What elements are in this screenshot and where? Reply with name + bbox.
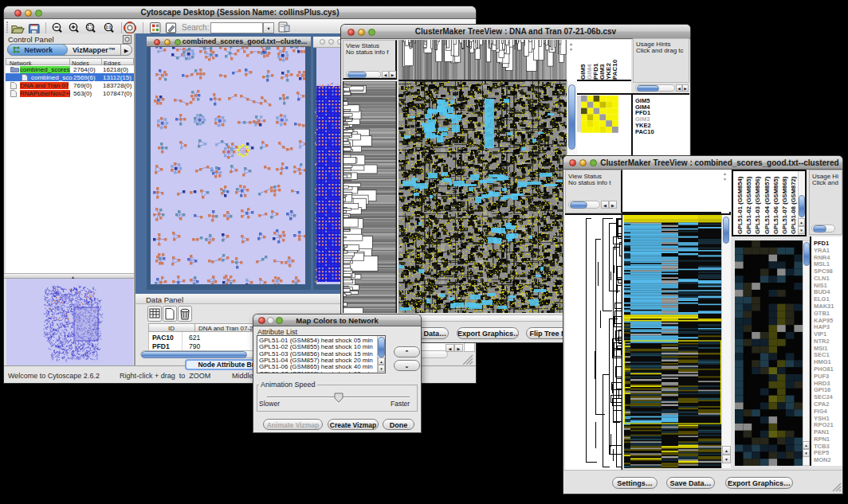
svg-text:GPL51-03 (GSM856): GPL51-03 (GSM856) — [754, 176, 761, 234]
svg-text:GPL51-01 (GSM854): GPL51-01 (GSM854) — [736, 176, 744, 234]
svg-text:GPL51-08 (GSM872): GPL51-08 (GSM872) — [790, 176, 797, 234]
svg-text:GPL51-02 (GSM855): GPL51-02 (GSM855) — [745, 176, 752, 234]
svg-text:GPL51-06 (GSM865): GPL51-06 (GSM865) — [772, 176, 779, 234]
svg-text:GPL51-04 (GSM857): GPL51-04 (GSM857) — [764, 176, 771, 234]
svg-text:GPL51-07 (GSM868): GPL51-07 (GSM868) — [781, 176, 788, 234]
svg-text:PAC10: PAC10 — [611, 59, 618, 80]
